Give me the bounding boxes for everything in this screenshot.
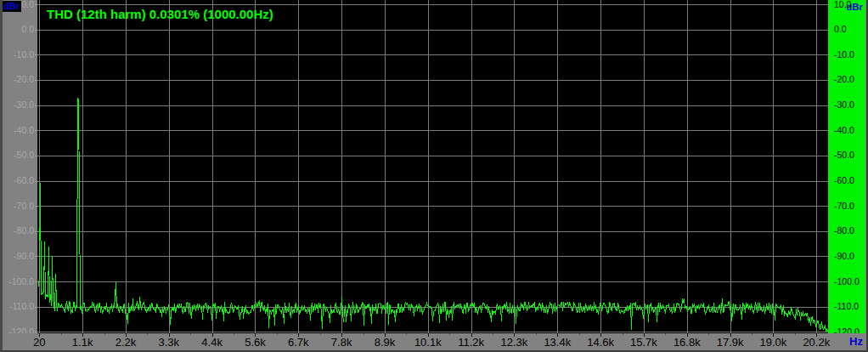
y-axis-tick-label: -50.0	[0, 150, 34, 160]
meter-scale-label: -10.0	[834, 50, 854, 60]
meter-scale-label: -50.0	[834, 150, 854, 160]
y-axis-tick-mark	[35, 105, 37, 106]
y-axis-tick-label: -30.0	[0, 100, 34, 110]
left-db-axis: 10.00.0-10.0-20.0-30.0-40.0-50.0-60.0-70…	[0, 0, 34, 333]
x-axis-major-tick	[385, 333, 386, 337]
y-axis-tick-label: 0.0	[0, 25, 34, 34]
x-axis-tick-label: 3.3k	[148, 337, 190, 349]
x-axis-major-tick	[816, 333, 817, 337]
meter-scale-label: 0.0	[834, 25, 847, 34]
x-axis-major-tick	[341, 333, 342, 337]
x-axis-minor-tick	[795, 333, 796, 335]
bottom-axis-unit-label: Hz	[849, 336, 863, 348]
x-axis-minor-tick	[104, 333, 105, 335]
x-axis-minor-tick	[320, 333, 321, 335]
x-axis-tick-label: 10.1k	[407, 337, 449, 349]
y-axis-tick-label: -20.0	[0, 75, 34, 84]
y-axis-tick-label: -60.0	[0, 176, 34, 185]
x-axis-major-tick	[169, 333, 170, 337]
x-axis-tick-label: 20.2k	[795, 337, 837, 349]
x-axis-minor-tick	[61, 333, 62, 335]
meter-scale-label: -70.0	[834, 202, 854, 211]
y-axis-tick-mark	[35, 256, 37, 257]
x-axis-major-tick	[212, 333, 213, 337]
grid-lines	[37, 0, 828, 333]
spectrum-plot-area: THD (12th harm) 0.0301% (1000.00Hz)	[37, 0, 828, 333]
x-axis-minor-tick	[493, 333, 493, 335]
y-axis-tick-label: -10.0	[0, 50, 34, 60]
x-axis-minor-tick	[406, 333, 407, 335]
x-axis-minor-tick	[752, 333, 752, 335]
x-axis-major-tick	[39, 333, 40, 337]
y-axis-tick-label: -90.0	[0, 252, 34, 261]
window-left-edge	[0, 0, 3, 352]
x-axis-tick-label: 20	[18, 337, 60, 349]
x-axis-tick-label: 5.6k	[234, 337, 276, 349]
x-axis-minor-tick	[579, 333, 580, 335]
y-axis-tick-mark	[35, 30, 37, 31]
x-axis-minor-tick	[708, 333, 709, 335]
x-axis-tick-label: 2.2k	[104, 337, 147, 349]
x-axis-major-tick	[644, 333, 645, 337]
x-axis-major-tick	[600, 333, 601, 337]
x-axis-tick-label: 17.9k	[709, 337, 752, 349]
y-axis-tick-label: -70.0	[0, 202, 34, 211]
x-axis-minor-tick	[665, 333, 666, 335]
x-axis-tick-label: 19.0k	[752, 337, 794, 349]
x-axis-tick-label: 6.7k	[277, 337, 319, 349]
meter-scale-label: -100.0	[834, 277, 860, 287]
x-axis-minor-tick	[190, 333, 191, 335]
meter-scale-label: -30.0	[834, 100, 854, 110]
x-axis-major-tick	[514, 333, 515, 337]
x-axis-tick-label: 1.1k	[61, 337, 104, 349]
level-meter-bar: dBr 10.00.0-10.0-20.0-30.0-40.0-50.0-60.…	[828, 0, 865, 333]
x-axis-minor-tick	[277, 333, 278, 335]
x-axis-major-tick	[730, 333, 731, 337]
thd-readout: THD (12th harm) 0.0301% (1000.00Hz)	[47, 7, 273, 21]
y-axis-tick-label: -40.0	[0, 126, 34, 135]
x-axis-major-tick	[255, 333, 256, 337]
y-axis-tick-label: -80.0	[0, 226, 34, 236]
y-axis-tick-mark	[35, 231, 37, 232]
meter-scale-label: -110.0	[834, 302, 859, 311]
x-axis-tick-label: 13.4k	[536, 337, 578, 349]
x-axis-minor-tick	[623, 333, 623, 335]
y-axis-tick-mark	[35, 281, 37, 282]
spectrum-plot-svg	[37, 0, 828, 333]
y-axis-tick-mark	[35, 206, 37, 207]
x-axis-minor-tick	[364, 333, 364, 335]
y-axis-tick-mark	[35, 80, 37, 81]
x-axis-major-tick	[471, 333, 472, 337]
meter-scale-label: 10.0	[834, 0, 851, 9]
spectrum-analyzer-window: THD (12th harm) 0.0301% (1000.00Hz) 10.0…	[0, 0, 868, 352]
x-axis-tick-label: 12.3k	[493, 337, 535, 349]
y-axis-tick-mark	[35, 54, 37, 55]
x-axis-major-tick	[773, 333, 774, 337]
y-axis-tick-label: -110.0	[0, 302, 34, 311]
x-axis-tick-label: 16.8k	[666, 337, 708, 349]
frequency-axis-bar: Hz 201.1k2.2k3.3k4.4k5.6k6.7k7.8k8.9k10.…	[0, 333, 868, 352]
meter-scale-label: -80.0	[834, 226, 854, 236]
x-axis-major-tick	[298, 333, 299, 337]
y-axis-tick-mark	[35, 181, 37, 182]
meter-scale-label: -60.0	[834, 176, 854, 185]
x-axis-major-tick	[687, 333, 688, 337]
x-axis-major-tick	[82, 333, 83, 337]
spectrum-trace	[39, 98, 828, 333]
meter-scale-label: -20.0	[834, 75, 854, 84]
x-axis-minor-tick	[449, 333, 450, 335]
x-axis-tick-label: 11.2k	[450, 337, 493, 349]
x-axis-major-tick	[428, 333, 429, 337]
x-axis-major-tick	[126, 333, 127, 337]
y-axis-tick-mark	[35, 332, 37, 332]
x-axis-minor-tick	[536, 333, 537, 335]
x-axis-tick-label: 15.7k	[623, 337, 665, 349]
x-axis-minor-tick	[234, 333, 234, 335]
y-axis-tick-mark	[35, 307, 37, 308]
y-axis-tick-mark	[35, 4, 37, 5]
x-axis-tick-label: 14.6k	[579, 337, 622, 349]
x-axis-tick-label: 8.9k	[364, 337, 406, 349]
y-axis-tick-mark	[35, 130, 37, 131]
x-axis-tick-label: 7.8k	[320, 337, 363, 349]
x-axis-major-tick	[557, 333, 558, 337]
